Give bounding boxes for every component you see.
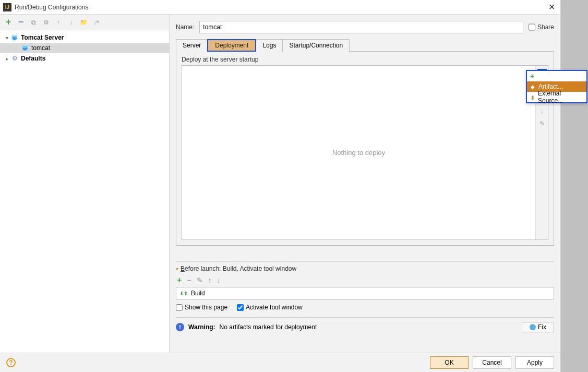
tab-content-deployment: Deploy at the server startup Nothing to … [176, 52, 554, 246]
tab-server[interactable]: Server [176, 39, 208, 52]
tree-node-tomcat-server[interactable]: ▾ Tomcat Server [0, 32, 169, 43]
artifact-icon: ◆ [529, 83, 536, 90]
close-icon[interactable]: ✕ [546, 2, 557, 12]
name-label: Name: [176, 23, 194, 31]
cancel-button[interactable]: Cancel [473, 356, 511, 369]
folder-icon[interactable]: 📁 [79, 18, 88, 27]
edit-defaults-icon[interactable]: ⚙ [42, 18, 50, 27]
share-checkbox[interactable]: Share [529, 21, 554, 33]
warning-row: ! Warning: No artifacts marked for deplo… [176, 320, 554, 334]
collapse-triangle-icon: ▾ [176, 266, 178, 272]
defaults-icon: ⚙ [10, 54, 19, 63]
warning-label: Warning: [188, 323, 215, 331]
name-row: Name: Share [176, 21, 554, 33]
remove-icon[interactable]: − [17, 18, 25, 27]
tree-node-tomcat[interactable]: tomcat [0, 43, 169, 53]
sort-icon[interactable]: ↓ª [92, 18, 100, 27]
dialog-body: + − ⧉ ⚙ ↑ ↓ 📁 ↓ª ▾ Tomcat Server tomcat [0, 15, 560, 353]
collapse-arrow-icon[interactable]: ▸ [3, 56, 10, 62]
fix-button[interactable]: Fix [522, 322, 554, 332]
before-launch-item: Build [191, 290, 205, 297]
help-icon[interactable]: ? [6, 358, 16, 367]
tab-deployment[interactable]: Deployment [207, 39, 256, 52]
tree-label: Defaults [21, 55, 45, 62]
name-input[interactable] [199, 21, 523, 33]
popup-header: + [527, 71, 586, 81]
show-page-box[interactable] [176, 304, 183, 311]
before-launch-section: ▾ Before launch: Build, Activate tool wi… [176, 258, 554, 311]
before-launch-list[interactable]: ⬇⬆ Build [176, 287, 554, 299]
dialog-footer: ? OK Cancel Apply [0, 353, 560, 371]
tomcat-server-icon [10, 33, 19, 42]
deploy-edit-icon[interactable]: ✎ [537, 119, 547, 128]
tomcat-icon [21, 44, 29, 52]
popup-plus-icon: + [530, 72, 534, 80]
tree-label: tomcat [31, 44, 50, 52]
deploy-down-icon[interactable]: ↓ [537, 106, 547, 116]
tab-logs[interactable]: Logs [256, 39, 283, 52]
up-icon[interactable]: ↑ [54, 18, 63, 27]
activate-window-box[interactable] [237, 304, 244, 311]
activate-window-checkbox[interactable]: Activate tool window [237, 304, 303, 311]
tree-node-defaults[interactable]: ▸ ⚙ Defaults [0, 53, 169, 64]
down-icon[interactable]: ↓ [67, 18, 75, 27]
before-launch-toolbar: + − ✎ ↑ ↓ [176, 272, 554, 287]
show-page-checkbox[interactable]: Show this page [176, 304, 227, 311]
deploy-empty-text: Nothing to deploy [182, 66, 535, 239]
add-artifact-popup: + ◆ Artifact... ▮ External Source... [526, 70, 587, 103]
bl-add-icon[interactable]: + [177, 275, 182, 285]
build-task-icon: ⬇⬆ [179, 291, 188, 296]
right-panel: Name: Share Server Deployment Logs Start… [170, 15, 560, 353]
deploy-section-title: Deploy at the server startup [182, 56, 548, 63]
ok-button[interactable]: OK [430, 356, 469, 369]
apply-button[interactable]: Apply [515, 356, 554, 369]
fix-bulb-icon [530, 324, 536, 330]
warning-text: No artifacts marked for deployment [220, 323, 317, 331]
tree-label: Tomcat Server [21, 34, 64, 41]
copy-icon[interactable]: ⧉ [29, 18, 38, 27]
tab-bar: Server Deployment Logs Startup/Connectio… [176, 39, 554, 52]
left-panel: + − ⧉ ⚙ ↑ ↓ 📁 ↓ª ▾ Tomcat Server tomcat [0, 15, 170, 353]
add-icon[interactable]: + [4, 18, 13, 27]
config-tree: ▾ Tomcat Server tomcat ▸ ⚙ Defaults [0, 30, 169, 353]
deploy-list-box: Nothing to deploy + − ↑ ↓ ✎ [182, 65, 548, 240]
bl-down-icon[interactable]: ↓ [217, 276, 221, 284]
intellij-icon: IJ [3, 3, 11, 11]
tab-startup-connection[interactable]: Startup/Connection [282, 39, 350, 52]
bl-edit-icon[interactable]: ✎ [197, 276, 203, 284]
share-checkbox-box[interactable] [529, 21, 535, 33]
popup-item-external-source[interactable]: ▮ External Source... [527, 92, 586, 102]
titlebar: IJ Run/Debug Configurations ✕ [0, 0, 560, 15]
dialog: IJ Run/Debug Configurations ✕ + − ⧉ ⚙ ↑ … [0, 0, 561, 372]
before-launch-checks: Show this page Activate tool window [176, 304, 554, 311]
expand-arrow-icon[interactable]: ▾ [3, 35, 10, 41]
bl-remove-icon[interactable]: − [187, 276, 191, 284]
before-launch-header[interactable]: ▾ Before launch: Build, Activate tool wi… [176, 265, 554, 272]
outer-strip [561, 0, 588, 372]
external-source-icon: ▮ [529, 93, 536, 101]
bl-up-icon[interactable]: ↑ [208, 276, 212, 284]
window-title: Run/Debug Configurations [15, 4, 546, 11]
warning-bulb-icon: ! [176, 323, 184, 331]
config-toolbar: + − ⧉ ⚙ ↑ ↓ 📁 ↓ª [0, 15, 169, 30]
